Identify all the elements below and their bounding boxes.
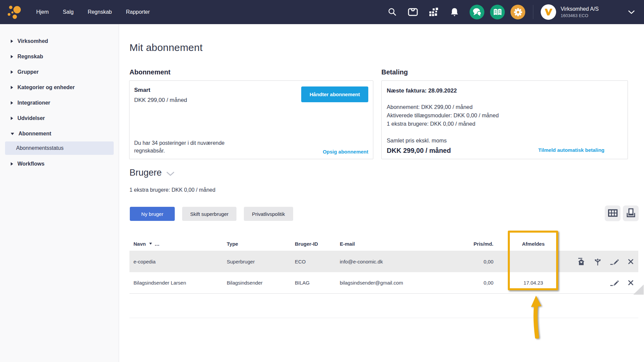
cell-email: bilagsindsender@gmail.com	[340, 280, 430, 286]
sidebar-item-label: Workflows	[17, 161, 45, 167]
sidebar-item-udvidelser[interactable]: Udvidelser	[0, 111, 119, 126]
column-header-bruger-id: Bruger-ID	[295, 241, 340, 247]
users-heading: Brugere	[129, 168, 162, 178]
column-header-afmeldes: Afmeldes	[509, 241, 558, 247]
cell-user-id: BILAG	[295, 280, 340, 286]
cell-price: 0,00	[430, 259, 493, 264]
collapse-chevron-icon[interactable]	[166, 172, 174, 176]
menu-item-hjem[interactable]: Hjem	[36, 9, 49, 15]
company-name: Virksomhed A/S	[560, 6, 599, 12]
inbox-icon[interactable]	[407, 7, 419, 17]
home-icon[interactable]	[577, 258, 585, 265]
cell-type: Superbruger	[227, 259, 295, 264]
cancel-subscription-link[interactable]: Opsig abonnement	[323, 149, 368, 155]
print-button[interactable]	[623, 205, 639, 221]
sidebar-item-abonnement[interactable]: Abonnement	[0, 126, 119, 141]
menu-item-regnskab[interactable]: Regnskab	[88, 9, 112, 15]
sidebar-item-label: Abonnement	[18, 131, 51, 137]
company-id: 1603463 ECO	[560, 13, 599, 18]
users-subtitle: 1 ekstra brugere: DKK 0,00 / måned	[129, 187, 215, 193]
edit-icon[interactable]	[610, 279, 619, 286]
company-avatar	[541, 4, 556, 20]
chevron-right-icon	[11, 101, 13, 105]
manage-subscription-button[interactable]: Håndter abonnement	[301, 86, 368, 102]
table-view-button[interactable]	[605, 205, 621, 221]
chevron-right-icon	[11, 117, 13, 120]
top-navbar: Hjem Salg Regnskab Rapporter	[0, 0, 644, 24]
privacy-policy-button[interactable]: Privatlivspolitik	[244, 207, 293, 221]
chevron-down-icon	[11, 133, 14, 135]
column-header-navn: Navn	[133, 241, 146, 247]
help-book-icon[interactable]	[490, 5, 505, 19]
table-row-superuser: e-copedia Superbruger ECO info@e-conomic…	[129, 251, 638, 272]
change-superuser-button[interactable]: Skift superbruger	[182, 207, 236, 221]
users-table: Navn … Type Bruger-ID E-mail Pris/md. Af…	[129, 237, 638, 294]
cell-name: e-copedia	[129, 259, 227, 264]
table-bottom-border	[129, 318, 638, 318]
edit-icon[interactable]	[610, 258, 619, 265]
chevron-down-icon[interactable]	[628, 10, 635, 14]
payment-section-heading: Betaling	[381, 68, 408, 76]
chat-support-icon[interactable]	[470, 5, 484, 19]
page-title: Mit abonnement	[129, 42, 203, 53]
column-options-icon[interactable]: …	[155, 241, 160, 247]
sidebar: Virksomhed Regnskab Grupper Kategorier o…	[0, 24, 119, 362]
resize-grip[interactable]	[633, 285, 644, 295]
main-menu: Hjem Salg Regnskab Rapporter	[36, 9, 150, 15]
next-invoice: Næste faktura: 28.09.2022	[387, 87, 623, 94]
cell-afmeldes: 17.04.23	[509, 280, 558, 286]
table-row-bilagsindsender: Bilagsindsender Larsen Bilagsindsender B…	[129, 272, 638, 294]
search-icon[interactable]	[386, 7, 398, 17]
app-logo-icon[interactable]	[7, 4, 23, 20]
sidebar-item-label: Grupper	[17, 69, 39, 75]
cell-price: 0,00	[430, 280, 493, 286]
chevron-right-icon	[11, 40, 13, 43]
payment-line-extra-users: 1 ekstra brugere: DKK 0,00 / måned	[387, 120, 623, 128]
sidebar-item-grupper[interactable]: Grupper	[0, 64, 119, 80]
sidebar-item-abonnementsstatus-active[interactable]: Abonnementsstatus	[5, 141, 114, 155]
apps-grid-icon[interactable]	[428, 7, 439, 17]
delete-icon[interactable]	[628, 258, 634, 265]
payment-line-modules: Aktiverede tillægsmoduler: DKK 0,00 / må…	[387, 111, 623, 120]
menu-item-salg[interactable]: Salg	[63, 9, 73, 15]
sidebar-item-regnskab[interactable]: Regnskab	[0, 49, 119, 64]
sidebar-item-label: Virksomhed	[17, 38, 48, 44]
chevron-right-icon	[11, 55, 13, 58]
table-grid-icon	[608, 209, 618, 218]
sidebar-item-label: Udvidelser	[17, 115, 45, 121]
subscription-card: Smart DKK 299,00 / måned Håndter abonnem…	[129, 80, 373, 159]
sidebar-item-virksomhed[interactable]: Virksomhed	[0, 34, 119, 49]
subscription-section-heading: Abonnement	[129, 68, 170, 76]
sidebar-item-integrationer[interactable]: Integrationer	[0, 95, 119, 111]
column-header-pris: Pris/md.	[430, 241, 493, 247]
total-price-label: Samlet pris ekskl. moms	[387, 137, 623, 144]
company-switcher[interactable]: Virksomhed A/S 1603463 ECO	[541, 4, 599, 20]
navbar-divider	[533, 5, 533, 19]
postings-info: Du har 34 posteringer i dit nuværende re…	[134, 139, 238, 155]
column-header-type: Type	[227, 241, 295, 247]
payment-line-subscription: Abonnement: DKK 299,00 / måned	[387, 103, 623, 111]
cell-email: info@e-conomic.dk	[340, 259, 430, 264]
print-icon	[626, 208, 636, 219]
chevron-right-icon	[11, 162, 13, 166]
sidebar-item-label: Integrationer	[17, 100, 50, 106]
payment-card: Næste faktura: 28.09.2022 Abonnement: DK…	[381, 80, 628, 159]
sidebar-item-workflows[interactable]: Workflows	[0, 156, 119, 172]
sort-caret-icon[interactable]	[149, 243, 152, 245]
sidebar-item-label: Kategorier og enheder	[17, 84, 75, 90]
sidebar-subitem-label: Abonnementsstatus	[16, 145, 63, 151]
cell-name: Bilagsindsender Larsen	[129, 280, 227, 286]
navbar-right: Virksomhed A/S 1603463 ECO	[386, 4, 644, 20]
sidebar-item-kategorier[interactable]: Kategorier og enheder	[0, 80, 119, 95]
users-table-header: Navn … Type Bruger-ID E-mail Pris/md. Af…	[129, 237, 638, 251]
settings-gear-icon[interactable]	[511, 5, 525, 19]
new-user-button[interactable]: Ny bruger	[130, 207, 175, 221]
user-access-icon[interactable]	[594, 258, 602, 265]
main-content: Mit abonnement Abonnement Betaling Smart…	[119, 24, 644, 362]
notifications-bell-icon[interactable]	[449, 7, 460, 17]
highlight-arrow-annotation	[526, 294, 549, 340]
cell-user-id: ECO	[295, 259, 340, 264]
menu-item-rapporter[interactable]: Rapporter	[126, 9, 150, 15]
chevron-right-icon	[11, 70, 13, 74]
autopay-signup-link[interactable]: Tilmeld automatisk betaling	[538, 147, 604, 153]
